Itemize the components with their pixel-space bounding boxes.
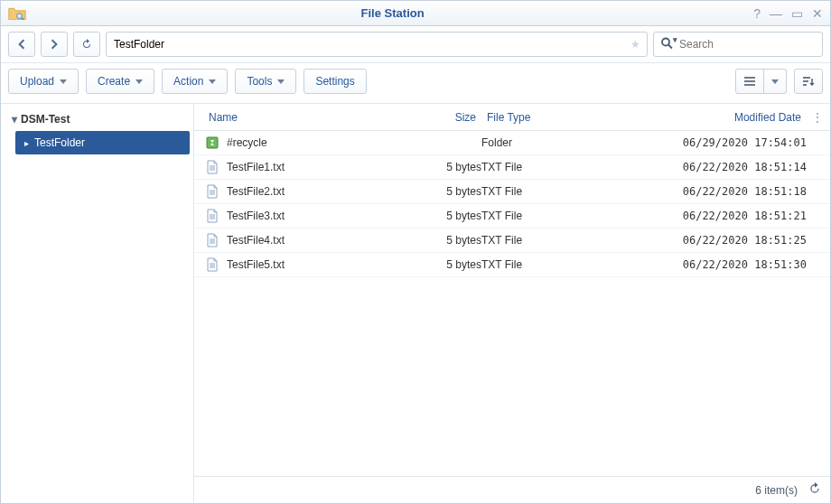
settings-button[interactable]: Settings — [303, 69, 366, 94]
col-modified[interactable]: Modified Date — [617, 111, 807, 124]
file-size: 5 bytes — [395, 161, 481, 173]
svg-line-3 — [668, 45, 672, 49]
body: ▾ DSM-Test ▸ TestFolder Name Size File T… — [1, 104, 830, 503]
file-size: 5 bytes — [395, 185, 481, 198]
navbar: ★ ▾ — [1, 26, 830, 63]
upload-label: Upload — [20, 75, 54, 88]
file-station-window: File Station ? — ▭ ✕ ★ ▾ U — [0, 0, 831, 504]
file-icon — [205, 209, 219, 223]
statusbar-refresh-button[interactable] — [808, 482, 821, 498]
path-input[interactable] — [106, 32, 648, 57]
file-type: Folder — [481, 136, 617, 149]
tools-button[interactable]: Tools — [235, 69, 296, 94]
search-icon: ▾ — [660, 37, 673, 52]
toolbar: Upload Create Action Tools Settings — [1, 63, 830, 104]
col-size[interactable]: Size — [395, 111, 481, 124]
close-icon[interactable]: ✕ — [812, 7, 823, 20]
file-name: TestFile2.txt — [227, 185, 285, 198]
file-icon — [205, 233, 219, 247]
caret-icon — [135, 79, 143, 84]
file-icon — [205, 160, 219, 174]
file-icon — [205, 257, 219, 272]
table-row[interactable]: TestFile4.txt5 bytesTXT File06/22/2020 1… — [194, 229, 830, 253]
tree-item-label: TestFolder — [34, 136, 85, 149]
table-row[interactable]: TestFile1.txt5 bytesTXT File06/22/2020 1… — [194, 155, 830, 180]
table-row[interactable]: #recycleFolder06/29/2020 17:54:01 — [194, 131, 830, 155]
list-icon — [743, 76, 756, 87]
view-dropdown-button[interactable] — [764, 69, 787, 94]
collapse-icon: ▾ — [12, 113, 17, 126]
file-name: TestFile5.txt — [227, 258, 285, 271]
settings-label: Settings — [315, 75, 354, 88]
file-modified: 06/29/2020 17:54:01 — [617, 136, 807, 149]
file-type: TXT File — [481, 185, 617, 198]
file-modified: 06/22/2020 18:51:21 — [617, 210, 807, 222]
back-button[interactable] — [8, 32, 35, 57]
refresh-button[interactable] — [73, 32, 100, 57]
file-size: 5 bytes — [395, 210, 481, 222]
file-size: 5 bytes — [395, 258, 481, 271]
window-controls: ? — ▭ ✕ — [753, 7, 823, 20]
rows-container: #recycleFolder06/29/2020 17:54:01TestFil… — [194, 131, 830, 277]
forward-button[interactable] — [41, 32, 68, 57]
tools-label: Tools — [247, 75, 272, 88]
help-icon[interactable]: ? — [753, 7, 761, 20]
table-row[interactable]: TestFile5.txt5 bytesTXT File06/22/2020 1… — [194, 253, 830, 277]
window-title: File Station — [32, 6, 753, 20]
action-button[interactable]: Action — [162, 69, 228, 94]
chevron-right-icon — [49, 39, 60, 50]
list-view-button[interactable] — [735, 69, 764, 94]
table-row[interactable]: TestFile3.txt5 bytesTXT File06/22/2020 1… — [194, 204, 830, 229]
action-label: Action — [173, 75, 203, 88]
file-type: TXT File — [481, 161, 617, 173]
col-name[interactable]: Name — [203, 111, 395, 124]
caret-icon — [60, 79, 67, 84]
column-headers: Name Size File Type Modified Date ⋮ — [194, 104, 830, 131]
create-button[interactable]: Create — [86, 69, 154, 94]
sort-icon — [802, 76, 815, 87]
favorite-icon[interactable]: ★ — [630, 38, 640, 51]
file-list: Name Size File Type Modified Date ⋮ #rec… — [194, 104, 830, 503]
view-mode-group — [735, 69, 787, 94]
tree-item-testfolder[interactable]: ▸ TestFolder — [15, 131, 190, 154]
sort-button[interactable] — [794, 69, 823, 94]
expand-icon: ▸ — [24, 138, 29, 148]
search-input[interactable] — [653, 32, 823, 57]
upload-button[interactable]: Upload — [8, 69, 79, 94]
app-icon — [8, 5, 26, 22]
caret-icon — [771, 79, 779, 84]
caret-icon — [209, 79, 216, 84]
folder-tree: ▾ DSM-Test ▸ TestFolder — [1, 104, 194, 503]
svg-point-2 — [662, 39, 669, 46]
file-icon — [205, 184, 219, 199]
file-modified: 06/22/2020 18:51:30 — [617, 258, 807, 271]
caret-icon — [277, 79, 285, 84]
file-modified: 06/22/2020 18:51:14 — [617, 161, 807, 173]
maximize-icon[interactable]: ▭ — [791, 7, 803, 20]
file-name: TestFile4.txt — [227, 234, 285, 247]
file-size: 5 bytes — [395, 234, 481, 247]
file-modified: 06/22/2020 18:51:18 — [617, 185, 807, 198]
refresh-icon — [81, 39, 92, 50]
create-label: Create — [98, 75, 130, 88]
item-count: 6 item(s) — [755, 484, 798, 497]
tree-root-label: DSM-Test — [21, 113, 70, 126]
file-name: TestFile1.txt — [227, 161, 285, 173]
svg-point-0 — [17, 13, 23, 18]
titlebar: File Station ? — ▭ ✕ — [1, 1, 830, 26]
chevron-left-icon — [16, 39, 27, 50]
file-modified: 06/22/2020 18:51:25 — [617, 234, 807, 247]
minimize-icon[interactable]: — — [770, 7, 782, 20]
file-type: TXT File — [481, 258, 617, 271]
file-name: TestFile3.txt — [227, 210, 285, 222]
col-type[interactable]: File Type — [481, 111, 617, 124]
svg-rect-10 — [207, 137, 218, 148]
refresh-icon — [808, 482, 821, 495]
table-row[interactable]: TestFile2.txt5 bytesTXT File06/22/2020 1… — [194, 180, 830, 204]
recycle-icon — [205, 135, 219, 150]
file-name: #recycle — [227, 136, 267, 149]
file-type: TXT File — [481, 234, 617, 247]
column-menu-icon[interactable]: ⋮ — [807, 111, 821, 124]
tree-root[interactable]: ▾ DSM-Test — [5, 109, 190, 129]
statusbar: 6 item(s) — [194, 476, 830, 503]
